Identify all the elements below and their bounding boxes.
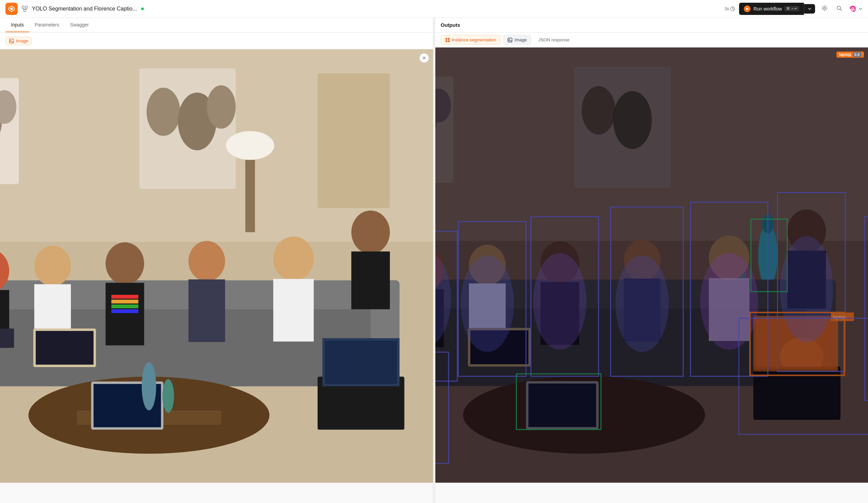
run-timer: 3s xyxy=(724,6,735,11)
workflow-icon xyxy=(22,6,28,12)
svg-point-16 xyxy=(11,40,11,41)
play-icon xyxy=(744,6,751,12)
svg-point-75 xyxy=(509,39,510,40)
logo-icon[interactable] xyxy=(6,3,18,15)
svg-point-54 xyxy=(351,211,390,254)
image-input-badge[interactable]: Image xyxy=(6,36,32,45)
svg-rect-27 xyxy=(318,73,390,208)
run-workflow-label: Run workflow xyxy=(753,6,782,11)
detection-confidence: 0.9 xyxy=(853,52,861,57)
input-badges: Image xyxy=(0,33,433,49)
svg-rect-72 xyxy=(445,40,447,42)
detection-label-badge: laptop 0.9 xyxy=(836,52,864,57)
svg-point-62 xyxy=(142,362,156,410)
svg-point-14 xyxy=(852,8,854,10)
svg-point-29 xyxy=(226,131,274,160)
svg-rect-70 xyxy=(445,38,447,40)
tab-image[interactable]: Image xyxy=(503,35,531,45)
run-workflow-button[interactable]: Run workflow ⌘ + ↵ xyxy=(739,3,804,15)
svg-rect-51 xyxy=(188,280,225,342)
outputs-title: Outputs xyxy=(441,22,461,28)
svg-point-24 xyxy=(147,88,180,136)
close-image-button[interactable]: ✕ xyxy=(420,53,429,63)
svg-rect-55 xyxy=(351,251,390,309)
svg-rect-71 xyxy=(448,38,450,40)
svg-point-26 xyxy=(207,85,236,129)
avatar-button[interactable] xyxy=(848,4,862,13)
workflow-title: YOLO Segmentation and Florence Captio... xyxy=(32,6,137,12)
svg-line-13 xyxy=(840,9,841,11)
tab-parameters[interactable]: Parameters xyxy=(29,18,64,32)
svg-point-11 xyxy=(824,7,826,9)
instance-seg-label: Instance segmentation xyxy=(452,37,496,42)
outputs-panel: Outputs Instance segmentation Imag xyxy=(435,18,868,503)
input-tabs: Inputs Parameters Swagger xyxy=(0,18,433,33)
image-tab-label: Image xyxy=(514,37,527,42)
svg-rect-138 xyxy=(435,48,868,483)
svg-rect-42 xyxy=(35,331,93,365)
output-tabs: Instance segmentation Image JSON respons… xyxy=(435,33,868,48)
svg-marker-1 xyxy=(10,8,13,10)
tab-instance-segmentation[interactable]: Instance segmentation xyxy=(441,35,501,45)
output-image: laptop xyxy=(435,48,868,483)
svg-point-43 xyxy=(105,242,144,285)
svg-rect-46 xyxy=(111,295,138,298)
input-panel-bottom xyxy=(0,483,433,503)
svg-marker-10 xyxy=(746,8,748,10)
svg-rect-73 xyxy=(448,40,450,42)
svg-point-39 xyxy=(34,245,71,286)
svg-point-50 xyxy=(188,241,225,281)
search-button[interactable] xyxy=(834,3,844,14)
svg-point-52 xyxy=(273,237,313,281)
input-image-area: ✕ xyxy=(0,49,433,483)
tab-inputs[interactable]: Inputs xyxy=(6,18,29,32)
main-content: Inputs Parameters Swagger Image ✕ xyxy=(0,18,868,503)
panel-divider[interactable] xyxy=(433,18,435,503)
json-tab-label: JSON response xyxy=(538,37,569,42)
output-panel-bottom xyxy=(435,483,868,503)
svg-rect-49 xyxy=(111,309,138,313)
svg-rect-15 xyxy=(10,39,13,43)
keyboard-shortcut: ⌘ + ↵ xyxy=(785,6,799,11)
image-badge-label: Image xyxy=(16,38,28,43)
status-indicator xyxy=(141,8,144,10)
settings-button[interactable] xyxy=(819,3,830,14)
tab-swagger[interactable]: Swagger xyxy=(65,18,94,32)
output-image-area: laptop 0.9 xyxy=(435,48,868,483)
svg-rect-53 xyxy=(273,279,313,342)
input-image xyxy=(0,49,433,483)
svg-rect-74 xyxy=(508,38,512,42)
svg-rect-67 xyxy=(325,340,397,384)
svg-rect-2 xyxy=(22,6,24,8)
tab-json[interactable]: JSON response xyxy=(534,35,574,45)
run-dropdown-button[interactable] xyxy=(804,4,815,13)
run-workflow-wrapper: Run workflow ⌘ + ↵ xyxy=(739,3,815,15)
header: YOLO Segmentation and Florence Captio...… xyxy=(0,0,868,18)
svg-rect-47 xyxy=(111,300,138,303)
detection-label: laptop xyxy=(839,52,851,57)
svg-rect-48 xyxy=(111,305,138,308)
svg-rect-3 xyxy=(25,6,28,8)
svg-rect-4 xyxy=(24,10,26,11)
inputs-panel: Inputs Parameters Swagger Image ✕ xyxy=(0,18,433,503)
svg-rect-38 xyxy=(0,329,14,348)
svg-point-63 xyxy=(163,379,174,413)
